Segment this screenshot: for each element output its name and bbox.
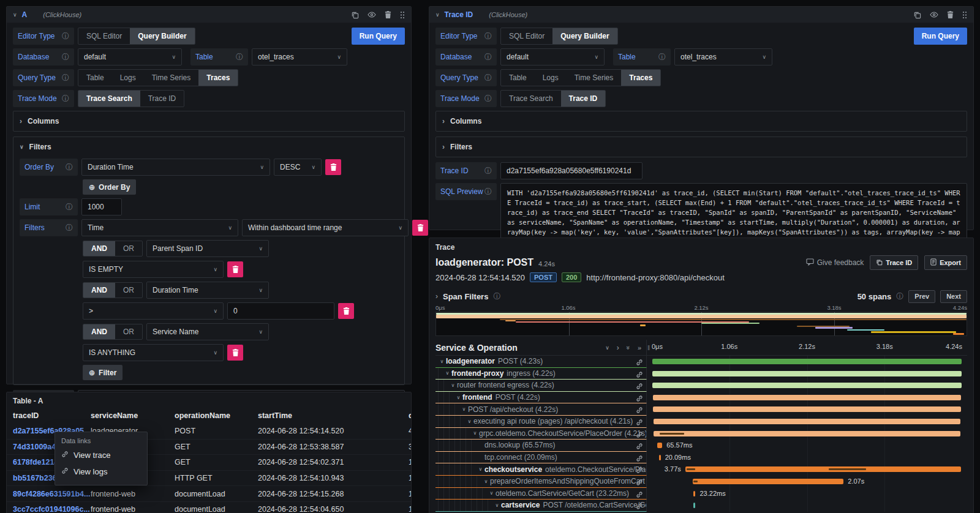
- trace-id-link[interactable]: 3cc7ccfc01941096c...: [13, 505, 91, 513]
- span-row[interactable]: ∨grpc.oteldemo.CheckoutService/PlaceOrde…: [435, 428, 967, 440]
- duplicate-icon[interactable]: [913, 11, 921, 19]
- filter-value-select[interactable]: Within dashboard time range∨: [242, 219, 409, 236]
- eye-icon[interactable]: [368, 12, 376, 18]
- span-row[interactable]: ∨frontendPOST (4.22s): [435, 392, 967, 404]
- add-filter-button[interactable]: ⊕Filter: [83, 365, 123, 380]
- bool-option-or[interactable]: OR: [115, 241, 142, 256]
- trace-mode-trace-id[interactable]: Trace ID: [561, 91, 606, 107]
- chevron-down-icon[interactable]: ∨: [438, 359, 446, 364]
- info-icon[interactable]: ⓘ: [236, 53, 243, 61]
- remove-filter-button[interactable]: [412, 220, 428, 236]
- eye-icon[interactable]: [930, 12, 938, 18]
- chevron-down-icon[interactable]: ∨: [482, 479, 490, 484]
- link-icon[interactable]: [636, 490, 643, 500]
- bool-option-and[interactable]: AND: [83, 241, 115, 256]
- query-type-logs[interactable]: Logs: [112, 70, 144, 86]
- condition-field-select[interactable]: Parent Span ID∨: [146, 240, 269, 257]
- trace-mode-trace-search[interactable]: Trace Search: [501, 91, 561, 107]
- duplicate-icon[interactable]: [351, 11, 359, 19]
- trace-mode-trace-id[interactable]: Trace ID: [140, 91, 184, 107]
- expand-one-icon[interactable]: ›: [617, 343, 619, 352]
- span-duration-bar[interactable]: [652, 359, 962, 364]
- export-button[interactable]: Export: [924, 255, 967, 270]
- trash-icon[interactable]: [947, 11, 954, 18]
- span-duration-bar[interactable]: [693, 503, 696, 508]
- query-type-time-series[interactable]: Time Series: [144, 70, 199, 86]
- info-icon[interactable]: ⓘ: [62, 74, 69, 81]
- give-feedback-link[interactable]: Give feedback: [806, 258, 864, 268]
- link-icon[interactable]: [636, 454, 643, 464]
- span-row[interactable]: ∨prepareOrderItemsAndShippingQuoteFromCa…: [435, 476, 967, 488]
- span-filters-label[interactable]: Span Filters: [443, 292, 488, 301]
- link-icon[interactable]: [636, 465, 643, 476]
- editor-type-query-builder[interactable]: Query Builder: [130, 28, 194, 44]
- expand-all-icon[interactable]: »: [638, 344, 641, 351]
- collapse-one-icon[interactable]: ∨: [605, 345, 609, 351]
- span-duration-bar[interactable]: [654, 419, 961, 424]
- filters-section-header[interactable]: ›Filters: [442, 141, 960, 152]
- chevron-down-icon[interactable]: ∨: [488, 490, 496, 496]
- chevron-down-icon[interactable]: ∨: [493, 503, 501, 508]
- query-type-logs[interactable]: Logs: [535, 70, 567, 86]
- info-icon[interactable]: ⓘ: [484, 188, 492, 195]
- link-icon[interactable]: [636, 441, 643, 452]
- condition-operator-select[interactable]: IS EMPTY∨: [83, 261, 224, 278]
- link-icon[interactable]: [636, 430, 643, 440]
- chevron-down-icon[interactable]: ∨: [477, 466, 484, 472]
- span-duration-bar[interactable]: [652, 371, 962, 376]
- link-icon[interactable]: [636, 501, 643, 512]
- column-resize-handle[interactable]: ‖: [647, 345, 650, 351]
- chevron-down-icon[interactable]: ∨: [454, 395, 462, 400]
- chevron-down-icon[interactable]: ∨: [460, 406, 468, 412]
- chevron-down-icon[interactable]: ∨: [471, 430, 479, 436]
- filters-section-header[interactable]: ∨Filters: [20, 141, 398, 152]
- table-select[interactable]: otel_traces∨: [674, 48, 772, 66]
- condition-field-select[interactable]: Service Name∨: [146, 323, 269, 340]
- info-icon[interactable]: ⓘ: [896, 293, 903, 300]
- span-duration-bar[interactable]: [654, 431, 960, 436]
- query-panel-trace-id-header[interactable]: ∨ Trace ID (ClickHouse): [429, 7, 973, 23]
- column-header-servicename[interactable]: serviceName: [91, 411, 175, 420]
- next-button[interactable]: Next: [940, 290, 967, 303]
- info-icon[interactable]: ⓘ: [484, 32, 492, 40]
- view-logs-link[interactable]: View logs: [61, 463, 141, 480]
- trace-id-button[interactable]: Trace ID: [870, 255, 918, 270]
- table-select[interactable]: otel_traces∨: [252, 48, 347, 66]
- span-row[interactable]: tcp.connect (20.09ms)20.09ms: [435, 452, 967, 464]
- trace-id-link[interactable]: 89cf4286e631591b4...: [13, 490, 91, 498]
- collapse-chevron-icon[interactable]: ∨: [435, 12, 440, 18]
- collapse-chevron-icon[interactable]: ∨: [13, 12, 17, 18]
- order-by-direction-select[interactable]: DESC∨: [274, 159, 322, 176]
- editor-type-sql-editor[interactable]: SQL Editor: [501, 28, 552, 44]
- chevron-down-icon[interactable]: ∨: [443, 370, 451, 376]
- span-row[interactable]: ∨checkoutserviceoteldemo.CheckoutService…: [435, 463, 967, 476]
- span-row[interactable]: ∨cartservicePOST /oteldemo.CartService/G…: [435, 500, 967, 512]
- link-icon[interactable]: [636, 358, 643, 368]
- collapse-all-icon[interactable]: »: [625, 345, 632, 349]
- remove-condition-button[interactable]: [338, 303, 354, 319]
- database-select[interactable]: default∨: [78, 48, 182, 66]
- info-icon[interactable]: ⓘ: [66, 224, 73, 231]
- info-icon[interactable]: ⓘ: [66, 203, 73, 211]
- remove-condition-button[interactable]: [227, 261, 243, 277]
- run-query-button[interactable]: Run Query: [914, 28, 967, 45]
- span-duration-bar[interactable]: [685, 466, 961, 472]
- info-icon[interactable]: ⓘ: [658, 53, 666, 61]
- add-order-by-button[interactable]: ⊕Order By: [83, 179, 136, 195]
- bool-option-and[interactable]: AND: [83, 324, 115, 339]
- span-row[interactable]: ∨oteldemo.CartService/GetCart (23.22ms)2…: [435, 488, 967, 500]
- columns-section-header[interactable]: ›Columns: [442, 116, 960, 127]
- info-icon[interactable]: ⓘ: [484, 53, 492, 61]
- bool-option-or[interactable]: OR: [115, 324, 142, 339]
- filter-field-select[interactable]: Time∨: [81, 219, 238, 236]
- chevron-right-icon[interactable]: ›: [435, 292, 438, 301]
- database-select[interactable]: default∨: [500, 48, 605, 66]
- query-type-table[interactable]: Table: [501, 70, 535, 86]
- column-header-operationname[interactable]: operationName: [175, 411, 258, 420]
- chevron-down-icon[interactable]: ∨: [449, 383, 457, 388]
- drag-handle-icon[interactable]: [400, 11, 405, 19]
- link-icon[interactable]: [636, 418, 643, 428]
- span-duration-bar[interactable]: [653, 395, 962, 400]
- drag-handle-icon[interactable]: [962, 11, 967, 19]
- link-icon[interactable]: [636, 370, 643, 380]
